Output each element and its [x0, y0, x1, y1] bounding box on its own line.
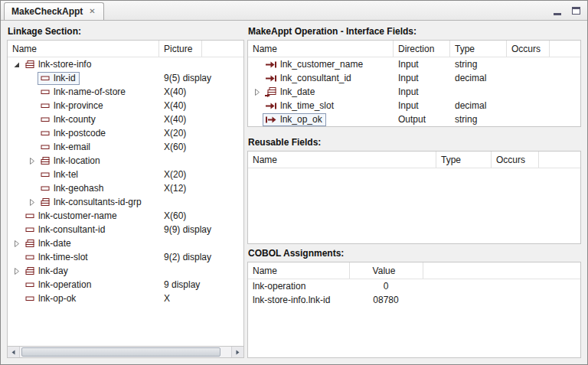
tree-item[interactable]: lnk-id [38, 72, 80, 85]
linkage-row[interactable]: lnk-op-okX [8, 292, 243, 305]
tree-item[interactable]: lnk-province [38, 99, 107, 112]
column-header-value[interactable]: Value [350, 262, 423, 279]
output-icon [265, 115, 277, 125]
tree-item[interactable]: lnk-customer-name [22, 210, 121, 223]
linkage-row[interactable]: lnk-consultant-id9(9) display [8, 223, 243, 236]
interface-field-row[interactable]: lnk_consultant_idInputdecimal [248, 71, 580, 85]
tree-indent [26, 169, 38, 180]
tree-indent [26, 183, 38, 194]
item-label: lnk-tel [54, 169, 78, 180]
column-header-type[interactable]: Type [436, 152, 492, 168]
item-label: lnk-email [54, 142, 90, 152]
linkage-row[interactable]: lnk-time-slot9(2) display [8, 250, 243, 264]
picture-cell: X(40) [159, 114, 243, 125]
tree-item[interactable]: lnk-tel [38, 168, 82, 181]
name-cell: lnk-geohash [8, 182, 159, 195]
scrollbar-track[interactable] [20, 347, 231, 357]
tree-item[interactable]: lnk-store-info [22, 58, 95, 71]
linkage-row[interactable]: lnk-operation9 display [8, 278, 243, 292]
field-icon [24, 224, 35, 235]
linkage-row[interactable]: lnk-id9(5) display [8, 71, 243, 85]
record-icon [40, 155, 51, 166]
name-cell: lnk-location [8, 155, 159, 168]
field-icon [40, 114, 51, 125]
tree-item[interactable]: lnk-consultants-id-grp [38, 196, 145, 209]
tree-expander-collapsed-icon[interactable] [11, 266, 22, 276]
linkage-row[interactable]: lnk-location [8, 154, 243, 168]
tree-item[interactable]: lnk-date [22, 237, 75, 250]
linkage-row[interactable]: lnk-geohashX(12) [8, 181, 243, 195]
tree-item[interactable]: lnk-county [38, 113, 100, 126]
name-cell: lnk-province [8, 99, 159, 112]
cobol-assignment-row[interactable]: lnk-operation0 [248, 279, 580, 293]
linkage-row[interactable]: lnk-name-of-storeX(40) [8, 85, 243, 99]
tree-item[interactable]: lnk-email [38, 141, 94, 154]
tree-item[interactable]: lnk_consultant_id [263, 72, 355, 85]
tree-indent [26, 114, 38, 125]
column-header-picture[interactable]: Picture [159, 41, 202, 57]
tab-close-icon[interactable]: ✕ [87, 7, 96, 16]
interface-field-row[interactable]: lnk_op_okOutputstring [248, 112, 580, 126]
cobol-assignment-row[interactable]: lnk-store-info.lnk-id08780 [248, 293, 580, 307]
interface-fields-title: MakeAppt Operation - Interface Fields: [247, 24, 581, 40]
horizontal-scrollbar[interactable] [8, 346, 243, 357]
tree-expander-collapsed-icon[interactable] [11, 238, 22, 249]
tab-makecheckappt[interactable]: MakeCheckAppt ✕ [4, 2, 104, 20]
tree-expander-expanded-icon[interactable] [11, 59, 22, 70]
linkage-row[interactable]: lnk-emailX(60) [8, 140, 243, 154]
tree-item[interactable]: lnk_op_ok [263, 113, 326, 126]
tree-item[interactable]: lnk_customer_name [263, 58, 367, 71]
tree-item[interactable]: lnk-consultant-id [22, 223, 109, 236]
item-label: lnk_op_ok [280, 114, 322, 125]
item-label: lnk-province [54, 100, 103, 111]
linkage-row[interactable]: lnk-countyX(40) [8, 112, 243, 126]
reusable-table-body [248, 168, 580, 243]
column-header-occurs[interactable]: Occurs [492, 152, 539, 168]
tree-item[interactable]: lnk-op-ok [22, 292, 80, 305]
tree-item[interactable]: lnk-location [38, 155, 104, 168]
tree-indent [26, 73, 38, 83]
linkage-row[interactable]: lnk-postcodeX(20) [8, 126, 243, 140]
tree-item[interactable]: lnk-postcode [38, 127, 109, 140]
column-header-type[interactable]: Type [450, 41, 507, 57]
scrollbar-thumb[interactable] [21, 347, 220, 357]
tree-item[interactable]: lnk-time-slot [22, 251, 92, 264]
tree-item[interactable]: lnk-operation [22, 279, 95, 292]
field-icon [24, 210, 35, 221]
linkage-row[interactable]: lnk-customer-nameX(60) [8, 209, 243, 223]
linkage-row[interactable]: lnk-telX(20) [8, 168, 243, 181]
tree-expander-collapsed-icon[interactable] [26, 197, 38, 207]
column-header-name[interactable]: Name [248, 41, 394, 57]
scroll-left-button[interactable] [8, 347, 20, 357]
interface-field-row[interactable]: lnk_dateInput [248, 85, 580, 99]
tree-item[interactable]: lnk_time_slot [263, 99, 338, 112]
tree-item[interactable]: lnk_date [263, 86, 318, 99]
linkage-row[interactable]: lnk-store-info [8, 57, 243, 71]
item-label: lnk-customer-name [38, 210, 117, 221]
column-header-occurs[interactable]: Occurs [507, 41, 550, 57]
interface-field-row[interactable]: lnk_customer_nameInputstring [248, 57, 580, 71]
interface-field-row[interactable]: lnk_time_slotInputdecimal [248, 99, 580, 112]
maximize-icon [572, 7, 580, 15]
column-header-name[interactable]: Name [248, 262, 350, 279]
tree-item[interactable]: lnk-day [22, 265, 72, 278]
field-icon [40, 73, 51, 83]
column-header-direction[interactable]: Direction [394, 41, 450, 57]
linkage-row[interactable]: lnk-date [8, 236, 243, 250]
tree-expander-collapsed-icon[interactable] [251, 86, 263, 97]
reusable-fields-table: NameTypeOccurs [247, 151, 581, 244]
minimize-button[interactable] [550, 4, 564, 18]
column-header-name[interactable]: Name [248, 152, 436, 168]
linkage-row[interactable]: lnk-day [8, 264, 243, 278]
column-header-name[interactable]: Name [8, 41, 159, 57]
tree-item[interactable]: lnk-geohash [38, 182, 107, 195]
linkage-row[interactable]: lnk-provinceX(40) [8, 99, 243, 112]
tree-expander-collapsed-icon[interactable] [26, 155, 38, 166]
scroll-right-button[interactable] [231, 347, 243, 357]
tree-indent [11, 224, 22, 235]
tree-item[interactable]: lnk-name-of-store [38, 86, 129, 99]
picture-cell: X(40) [159, 100, 243, 111]
linkage-row[interactable]: lnk-consultants-id-grp [8, 195, 243, 209]
maximize-button[interactable] [569, 4, 583, 18]
item-label: lnk-date [38, 238, 71, 249]
